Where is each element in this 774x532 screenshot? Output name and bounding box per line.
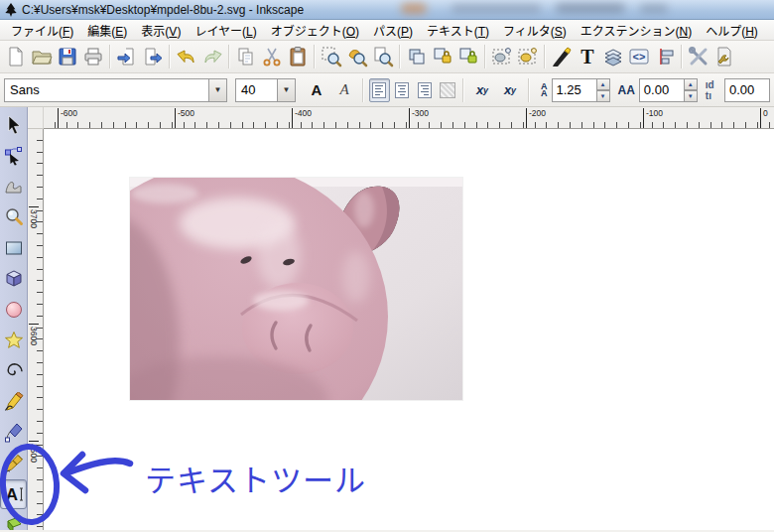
document-properties-button[interactable] bbox=[711, 43, 737, 70]
export-button[interactable] bbox=[140, 43, 166, 70]
ungroup-button[interactable] bbox=[515, 43, 541, 70]
spin-down-icon[interactable]: ▼ bbox=[685, 90, 698, 102]
title-bar[interactable]: C:¥Users¥msk¥Desktop¥mpdel-8bu-2.svg - I… bbox=[0, 0, 774, 20]
svg-text:A: A bbox=[5, 485, 17, 504]
rectangle-tool-icon bbox=[4, 238, 24, 258]
align-center-button[interactable] bbox=[392, 78, 413, 102]
work-area: -600 -500 -400 -300 -200 -100 0 3800 370… bbox=[28, 107, 774, 530]
line-spacing-spinbox[interactable]: 1.25 ▲▼ bbox=[552, 78, 610, 102]
align-right-button[interactable] bbox=[415, 78, 436, 102]
tool-pencil[interactable] bbox=[0, 387, 27, 417]
tool-ellipse[interactable] bbox=[0, 295, 27, 325]
menu-help[interactable]: ヘルプ(H) bbox=[699, 20, 765, 41]
unlink-clone-button[interactable] bbox=[455, 43, 481, 70]
duplicate-button[interactable] bbox=[404, 43, 430, 70]
spin-up-icon[interactable]: ▲ bbox=[685, 78, 698, 90]
cut-button[interactable] bbox=[259, 43, 285, 70]
star-tool-icon bbox=[4, 331, 24, 350]
layers-dialog-button[interactable] bbox=[600, 43, 626, 70]
align-distribute-button[interactable] bbox=[652, 43, 678, 70]
xml-editor-button[interactable]: <> bbox=[626, 43, 652, 70]
bold-button[interactable]: A bbox=[304, 77, 329, 103]
word-spacing-value[interactable]: 0.00 bbox=[724, 78, 770, 102]
text-dialog-button[interactable]: T bbox=[575, 43, 600, 70]
zoom-page-button[interactable] bbox=[370, 43, 396, 70]
letter-spacing-value[interactable]: 0.00 bbox=[639, 78, 685, 102]
justify-button[interactable] bbox=[437, 78, 457, 102]
superscript-button[interactable]: xy bbox=[469, 77, 495, 103]
zoom-selection-button[interactable] bbox=[319, 43, 344, 70]
redo-button[interactable] bbox=[199, 43, 225, 70]
horizontal-ruler[interactable]: -600 -500 -400 -300 -200 -100 0 bbox=[44, 107, 774, 129]
tool-text[interactable]: A bbox=[0, 479, 27, 509]
font-size-value[interactable]: 40 bbox=[235, 78, 277, 102]
toolbox: A bbox=[0, 107, 28, 530]
font-size-combo[interactable]: 40 ▼ bbox=[235, 78, 296, 102]
ungroup-icon bbox=[517, 46, 539, 67]
spin-up-icon[interactable]: ▲ bbox=[597, 78, 610, 90]
menu-path[interactable]: パス(P) bbox=[366, 20, 420, 41]
line-spacing-value[interactable]: 1.25 bbox=[552, 78, 597, 102]
vertical-ruler[interactable]: 3800 3700 3600 3500 bbox=[28, 129, 44, 530]
tool-tweak[interactable] bbox=[0, 172, 27, 201]
tool-zoom[interactable] bbox=[0, 202, 27, 232]
tool-bezier-pen[interactable] bbox=[0, 418, 27, 448]
toolbar-separator bbox=[109, 45, 111, 68]
chevron-down-icon: ▼ bbox=[214, 85, 222, 94]
menu-object[interactable]: オブジェクト(O) bbox=[264, 20, 366, 41]
pencil-tool-icon bbox=[4, 392, 24, 412]
fill-stroke-button[interactable] bbox=[549, 43, 575, 70]
undo-arrow-icon bbox=[176, 46, 197, 67]
tool-rectangle[interactable] bbox=[0, 233, 27, 263]
piggy-bank-image[interactable] bbox=[130, 178, 462, 400]
font-family-dropdown-button[interactable]: ▼ bbox=[208, 78, 227, 102]
canvas[interactable] bbox=[44, 129, 774, 530]
italic-button[interactable]: A bbox=[331, 77, 357, 103]
menu-extensions[interactable]: エクステンション(N) bbox=[574, 20, 699, 41]
undo-button[interactable] bbox=[174, 43, 199, 70]
document-properties-icon bbox=[713, 46, 735, 67]
create-clone-button[interactable] bbox=[430, 43, 455, 70]
new-document-button[interactable] bbox=[3, 43, 29, 70]
blurred-artifact bbox=[401, 3, 427, 14]
word-spacing-spinbox[interactable]: 0.00 bbox=[724, 78, 770, 102]
align-left-button[interactable] bbox=[369, 78, 390, 102]
menu-view[interactable]: 表示(V) bbox=[134, 20, 188, 41]
tool-calligraphy[interactable] bbox=[0, 449, 27, 478]
print-button[interactable] bbox=[80, 43, 106, 70]
tool-spiral[interactable] bbox=[0, 356, 27, 386]
line-spacing-spinner[interactable]: ▲▼ bbox=[597, 78, 610, 102]
letter-spacing-spinner[interactable]: ▲▼ bbox=[685, 78, 698, 102]
svg-text:T: T bbox=[580, 46, 594, 67]
toolbar-separator bbox=[362, 78, 364, 102]
save-document-button[interactable] bbox=[55, 43, 80, 70]
tool-3d-box[interactable] bbox=[0, 264, 27, 294]
zoom-drawing-button[interactable] bbox=[344, 43, 370, 70]
zoom-drawing-icon bbox=[346, 46, 368, 67]
tool-paint-bucket[interactable] bbox=[0, 510, 27, 530]
copy-button[interactable] bbox=[233, 43, 259, 70]
preferences-button[interactable] bbox=[686, 43, 711, 70]
menu-edit[interactable]: 編集(E) bbox=[80, 20, 134, 41]
tool-node-editor[interactable] bbox=[0, 141, 27, 171]
tool-selector[interactable] bbox=[0, 110, 27, 140]
spin-down-icon[interactable]: ▼ bbox=[597, 90, 610, 102]
group-button[interactable] bbox=[489, 43, 515, 70]
open-document-button[interactable] bbox=[29, 43, 55, 70]
preferences-icon bbox=[688, 46, 710, 67]
subscript-button[interactable]: xy bbox=[497, 77, 523, 103]
font-family-value[interactable]: Sans bbox=[4, 78, 208, 102]
menu-filters[interactable]: フィルタ(S) bbox=[496, 20, 574, 41]
menu-text[interactable]: テキスト(T) bbox=[420, 20, 496, 41]
menu-file[interactable]: ファイル(F) bbox=[4, 20, 80, 41]
tool-star[interactable] bbox=[0, 326, 27, 355]
import-button[interactable] bbox=[114, 43, 140, 70]
xml-editor-icon: <> bbox=[628, 46, 650, 67]
box3d-tool-icon bbox=[4, 269, 24, 289]
menu-layer[interactable]: レイヤー(L) bbox=[188, 20, 263, 41]
font-size-dropdown-button[interactable]: ▼ bbox=[277, 78, 296, 102]
letter-spacing-spinbox[interactable]: 0.00 ▲▼ bbox=[639, 78, 698, 102]
paste-button[interactable] bbox=[285, 43, 311, 70]
font-family-combo[interactable]: Sans ▼ bbox=[4, 78, 227, 102]
window-title: C:¥Users¥msk¥Desktop¥mpdel-8bu-2.svg - I… bbox=[22, 3, 304, 17]
